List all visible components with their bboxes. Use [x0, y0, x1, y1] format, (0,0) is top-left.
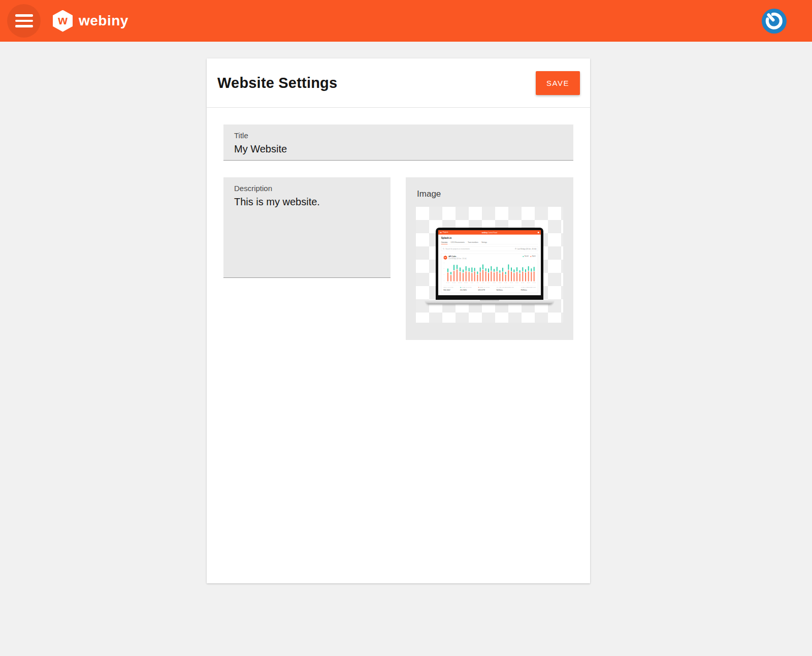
webiny-logo[interactable]: w webiny [53, 10, 128, 32]
page-title: Website Settings [217, 75, 337, 91]
preview-apicalls-title: API Calls [448, 256, 466, 258]
laptop-base [426, 300, 554, 304]
image-field-label: Image [406, 189, 573, 199]
preview-stat: SAVED API CALLS24,945 [460, 287, 471, 291]
settings-form: Title My Website Description This is my … [207, 108, 590, 357]
laptop-mockup: Projects webiny Control Panel Spla [426, 228, 554, 304]
preview-api-calls-card: w API Calls Last 30 days (24 Jun - 24 Ju… [441, 254, 538, 293]
image-upload-preview[interactable]: Projects webiny Control Panel Spla [416, 207, 563, 323]
form-row: Description This is my website. Image Pr… [223, 177, 573, 340]
settings-card: Website Settings SAVE Title My Website D… [207, 58, 590, 583]
preview-hamburger-icon [440, 232, 441, 233]
title-field[interactable]: Title My Website [223, 124, 573, 161]
preview-tab: Overview [441, 241, 448, 244]
title-field-label: Title [234, 131, 563, 140]
preview-tab: Team members [468, 241, 478, 244]
description-field[interactable]: Description This is my website. [223, 177, 391, 278]
preview-project-name: Splash.io [441, 237, 538, 239]
description-field-value: This is my website. [234, 196, 380, 208]
preview-topbar-user [538, 232, 539, 233]
description-field-label: Description [234, 184, 380, 193]
preview-user-dot [538, 232, 539, 233]
preview-legend-item: Saved [523, 256, 528, 257]
image-field: Image Projects webiny [406, 177, 573, 340]
menu-button[interactable] [7, 4, 41, 38]
preview-stat: SPENT API CALLS69,379 [478, 287, 490, 291]
preview-topbar: Projects webiny Control Panel [438, 230, 541, 235]
hamburger-icon [15, 14, 33, 17]
page: { "colors": { "primary_orange": "#FA5723… [0, 0, 812, 656]
webiny-logo-text: webiny [79, 13, 128, 29]
preview-apicalls-icon: w [443, 256, 447, 260]
preview-date-filter: Last 30 days (24 Jun - 24 Jul) [515, 248, 536, 249]
laptop-screen: Projects webiny Control Panel Spla [436, 228, 543, 300]
webiny-hexagon-icon: w [53, 10, 73, 32]
preview-stats-row: TOTAL API CALLS94,342SAVED API CALLS24,9… [443, 285, 535, 291]
preview-tab: CI/CD Environments [451, 241, 465, 244]
preview-search-placeholder: Search for projects or environments [445, 248, 470, 249]
preview-chart-legend: SavedSpent [523, 256, 535, 257]
preview-tabs: OverviewCI/CD EnvironmentsTeam membersSe… [441, 241, 538, 244]
preview-apicalls-subtitle: Last 30 days (24 Jun - 24 Jul) [448, 258, 466, 260]
save-button[interactable]: SAVE [536, 71, 580, 95]
preview-search-icon [443, 248, 444, 249]
preview-calendar-icon [515, 248, 516, 249]
preview-topbar-left: Projects [443, 232, 448, 233]
preview-chart-yticks [443, 263, 445, 280]
preview-chart: 24 Jun26 Jun28 Jun30 Jun2 Jul4 Jul6 Jul8… [443, 262, 535, 285]
preview-search-bar: Search for projects or environments Last… [441, 246, 538, 251]
preview-chart-bar: 24 Jul [533, 262, 536, 285]
preview-legend-item: Spent [530, 256, 535, 257]
preview-stat: API PEAK RESPONSE TIME769ms [521, 287, 536, 291]
app-header: w webiny [0, 0, 812, 42]
preview-stat: TOTAL API CALLS94,342 [443, 287, 453, 291]
preview-stat: API AVERAGE RESPONSE TIME563ms [496, 287, 513, 291]
user-avatar[interactable] [762, 9, 787, 34]
title-field-value: My Website [234, 143, 563, 155]
preview-dashboard: Projects webiny Control Panel Spla [438, 230, 541, 295]
gravatar-icon [762, 9, 787, 34]
webiny-hexagon-letter: w [58, 13, 68, 27]
preview-topbar-brand: webiny Control Panel [482, 231, 497, 233]
settings-card-header: Website Settings SAVE [207, 58, 590, 108]
preview-tab: Settings [481, 241, 487, 244]
